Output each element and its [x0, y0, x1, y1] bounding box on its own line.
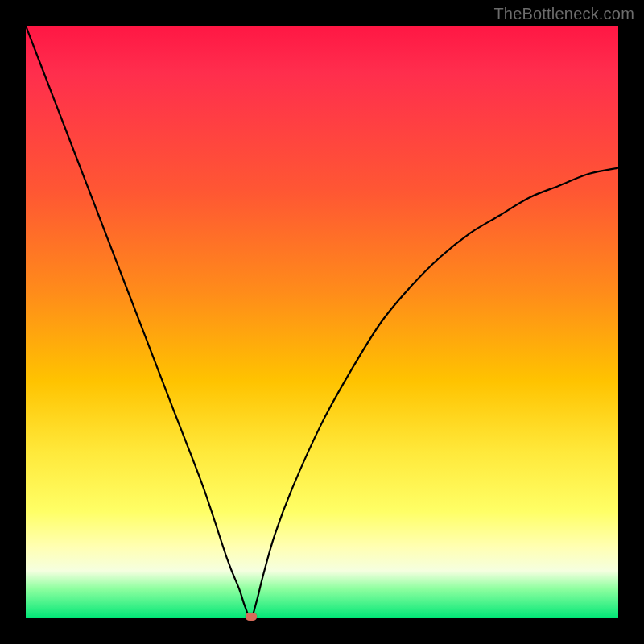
bottleneck-curve: [26, 26, 618, 618]
plot-area: [26, 26, 618, 618]
chart-frame: TheBottleneck.com: [0, 0, 644, 644]
optimum-marker: [246, 613, 257, 621]
watermark-text: TheBottleneck.com: [493, 5, 634, 23]
